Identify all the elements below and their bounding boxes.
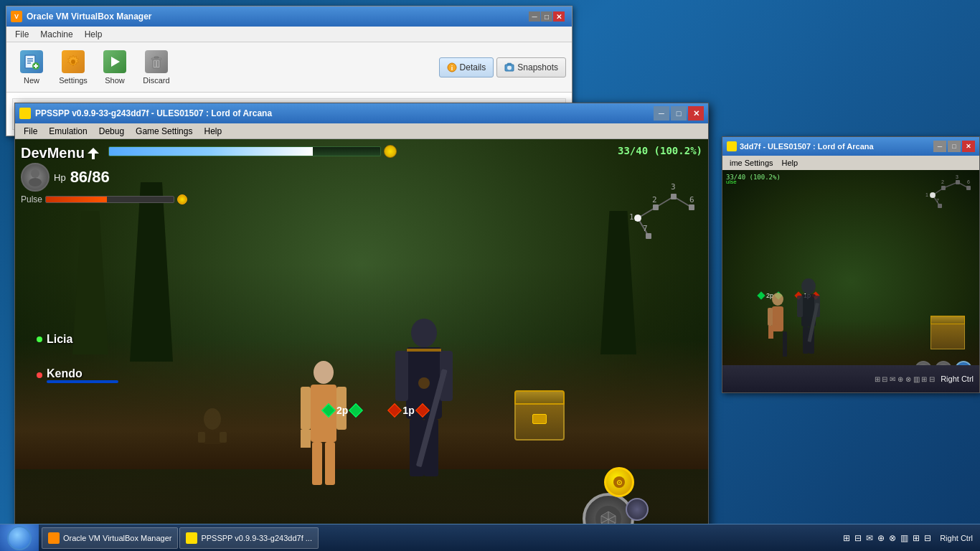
- ppsspp-bg-title: 3dd7f - ULES01507 : Lord of Arcana: [740, 142, 874, 151]
- vbox-titlebar: V Oracle VM VirtualBox Manager ─ □ ✕: [6, 6, 572, 27]
- settings-btn-label: Settings: [59, 76, 88, 85]
- treasure-chest: [514, 397, 565, 441]
- svg-rect-73: [966, 186, 971, 190]
- ppsspp-bg-screen: 33/40 (100.2%) 1 2 3 6 7 ulse: [722, 170, 979, 392]
- ppsspp-bg-menu-game[interactable]: ime Settings: [725, 158, 778, 168]
- tray-icon-2: ⊟: [854, 533, 862, 543]
- vbox-menubar: File Machine Help: [6, 27, 572, 42]
- ppsspp-bg-window: 3dd7f - ULES01507 : Lord of Arcana ─ □ ✕…: [722, 136, 980, 393]
- ppsspp-menu-file[interactable]: File: [18, 125, 43, 138]
- svg-text:⊙: ⊙: [616, 479, 622, 486]
- vbox-menu-file[interactable]: File: [9, 28, 34, 41]
- svg-text:2: 2: [941, 179, 944, 184]
- female-character: [295, 354, 352, 498]
- vbox-minimize-btn[interactable]: ─: [529, 11, 540, 22]
- crystal-green-left: [321, 403, 336, 418]
- crystal-red-left: [387, 403, 402, 418]
- gold-coin-icon: [384, 145, 397, 158]
- vbox-menu-help[interactable]: Help: [79, 28, 108, 41]
- vbox-discard-button[interactable]: Discard: [137, 47, 176, 88]
- pulse-bar-fill: [46, 197, 107, 202]
- chest-latch: [532, 414, 547, 424]
- character-avatar: [21, 163, 50, 192]
- mini-map: 1 2 3 6 7: [609, 175, 702, 261]
- snapshots-button[interactable]: Snapshots: [496, 57, 566, 77]
- vbox-close-btn[interactable]: ✕: [553, 11, 565, 22]
- ppsspp-menu-help[interactable]: Help: [198, 125, 227, 138]
- pulse-label: Pulse: [21, 194, 42, 204]
- hp-max: 86: [92, 168, 109, 186]
- ppsspp-menu-emulation[interactable]: Emulation: [43, 125, 93, 138]
- tray-icon-6: ▥: [900, 533, 908, 543]
- ppsspp-bg-char1: [765, 292, 791, 357]
- ppsspp-menu-debug[interactable]: Debug: [93, 125, 130, 138]
- svg-point-22: [29, 178, 42, 187]
- ppsspp-bg-minimize[interactable]: ─: [933, 141, 946, 152]
- svg-rect-84: [768, 326, 773, 339]
- ppsspp-bg-close[interactable]: ✕: [962, 141, 975, 152]
- svg-rect-55: [203, 430, 222, 444]
- ppsspp-bg-maximize[interactable]: □: [948, 141, 961, 152]
- ppsspp-minimize-btn[interactable]: ─: [654, 106, 669, 121]
- ppsspp-bg-chest: [930, 321, 965, 349]
- ppsspp-bg-menu-help[interactable]: Help: [778, 158, 803, 168]
- discard-icon: [145, 50, 168, 73]
- svg-point-38: [411, 319, 437, 347]
- snapshots-icon: [504, 62, 514, 72]
- taskbar-item-vbox[interactable]: Oracle VM VirtualBox Manager: [42, 527, 178, 549]
- svg-rect-52: [325, 442, 335, 485]
- ppsspp-bg-right-ctrl: Right Ctrl: [941, 375, 974, 383]
- ppsspp-title-icon: [19, 108, 31, 119]
- vbox-maximize-btn[interactable]: □: [541, 11, 552, 22]
- ppsspp-maximize-btn[interactable]: □: [671, 106, 687, 121]
- ppsspp-bg-tray: ⊞ ⊟ ✉ ⊕ ⊗ ▥ ⊞ ⊟ Right Ctrl: [722, 365, 979, 392]
- ppsspp-menu-game-settings[interactable]: Game Settings: [130, 125, 198, 138]
- chest-lid: [514, 390, 565, 405]
- dev-menu-label: DevMenu: [21, 145, 187, 161]
- details-button[interactable]: i Details: [439, 57, 494, 77]
- ppsspp-main-window: PPSSPP v0.9.9-33-g243dd7f - ULES01507 : …: [14, 103, 709, 551]
- crystal-green-right: [349, 403, 363, 418]
- pulse-bar-bg: [45, 196, 174, 203]
- ppsspp-close-btn[interactable]: ✕: [688, 106, 704, 121]
- ppsspp-bg-controls: ─ □ ✕: [933, 141, 975, 152]
- svg-rect-53: [301, 430, 311, 448]
- ppsspp-menubar: File Emulation Debug Game Settings Help: [15, 123, 708, 139]
- svg-text:3: 3: [671, 182, 676, 192]
- svg-text:7: 7: [936, 198, 939, 203]
- svg-rect-45: [407, 349, 441, 352]
- hp-bar-container: Hp 86/86: [21, 163, 187, 192]
- stats-display: 33/40 (100.2%): [618, 145, 702, 156]
- taskbar-vbox-label: Oracle VM VirtualBox Manager: [63, 534, 171, 542]
- svg-text:1: 1: [629, 212, 634, 222]
- kendo-name: Kendo: [47, 367, 83, 380]
- start-button[interactable]: [0, 524, 39, 552]
- ppsspp-bg-tray-icons: ⊞ ⊟ ✉ ⊕ ⊗ ▥ ⊞ ⊟: [875, 375, 935, 383]
- svg-rect-31: [646, 233, 651, 239]
- vbox-title-icon: V: [11, 11, 22, 22]
- vbox-show-button[interactable]: Show: [95, 47, 134, 88]
- taskbar-ppsspp-icon: [186, 532, 197, 544]
- svg-rect-12: [154, 57, 159, 58]
- party-member-licia: Licia: [37, 333, 118, 346]
- svg-rect-72: [956, 180, 960, 184]
- svg-point-75: [930, 192, 936, 198]
- svg-rect-49: [301, 387, 311, 430]
- discard-btn-label: Discard: [143, 76, 169, 85]
- start-orb-icon: [7, 526, 32, 550]
- svg-point-32: [634, 215, 641, 222]
- svg-point-47: [314, 361, 334, 384]
- vbox-settings-button[interactable]: Settings: [54, 47, 93, 88]
- vbox-menu-machine[interactable]: Machine: [34, 28, 78, 41]
- crystal-2p-group: 2p: [324, 405, 361, 416]
- crystals-hud: 2p 1p: [324, 405, 428, 416]
- stats-text: 33/40 (100.2%): [618, 145, 702, 156]
- vbox-new-button[interactable]: New: [12, 47, 51, 88]
- kendo-gem: [37, 372, 42, 378]
- taskbar-item-ppsspp[interactable]: PPSSPP v0.9.9-33-g243dd7f ...: [179, 527, 319, 549]
- dev-menu-arrow: [88, 148, 99, 159]
- snapshots-btn-label: Snapshots: [517, 62, 558, 72]
- svg-rect-82: [772, 306, 783, 331]
- ppsspp-window-controls: ─ □ ✕: [654, 106, 704, 121]
- ppsspp-titlebar: PPSSPP v0.9.9-33-g243dd7f - ULES01507 : …: [15, 103, 708, 123]
